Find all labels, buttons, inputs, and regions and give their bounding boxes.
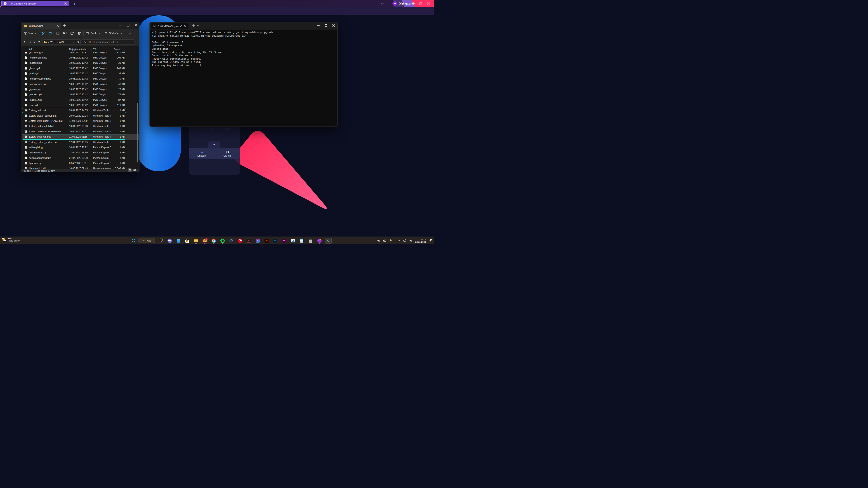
scrollbar-thumb[interactable] [137, 103, 138, 162]
taskbar-app-button[interactable] [184, 238, 191, 243]
rename-icon[interactable] [63, 31, 67, 35]
taskbar-app-button[interactable]: Ps [272, 238, 279, 243]
file-row[interactable]: 5.start_download_openwrt.bat 20.04.2020 … [22, 129, 139, 134]
column-header-type[interactable]: Tür [93, 48, 97, 51]
browser-close-button[interactable] [426, 2, 430, 5]
copy-icon[interactable] [49, 31, 52, 35]
file-row[interactable]: _socket.pyd 10.03.2020 10:42 PYD Dosyası… [22, 92, 139, 97]
breadcrumb-current[interactable]: WRT... [59, 41, 66, 43]
terminal-tab[interactable]: C:\WINDOWS\system32\cmd. [151, 23, 188, 29]
taskbar-app-button[interactable]: ∞ [254, 238, 261, 243]
breadcrumb-root[interactable]: WRT [51, 41, 56, 43]
social-link-button[interactable]: GitHub [215, 151, 240, 157]
taskbar-app-button[interactable] [219, 238, 226, 243]
file-row[interactable]: ftpserver.py 8.04.2020 15:50 Python Kayn… [22, 161, 139, 166]
file-row[interactable]: _sqlite3.pyd 10.03.2020 10:42 PYD Dosyas… [22, 97, 139, 103]
refresh-icon[interactable] [76, 41, 79, 43]
sort-button[interactable]: Sırala [86, 31, 101, 35]
explorer-close-button[interactable] [134, 23, 138, 27]
view-button[interactable]: Görünüm [104, 31, 123, 35]
notification-bell-icon[interactable] [429, 239, 432, 242]
recent-locations-icon[interactable] [33, 40, 36, 44]
explorer-maximize-button[interactable] [126, 23, 130, 27]
file-row[interactable]: 0.start_main.bat 20.04.2020 14:55 Window… [22, 108, 139, 113]
nav-forward-icon[interactable] [28, 40, 31, 44]
weather-widget[interactable]: 13°C Partly cloudy [2, 237, 20, 242]
taskbar-app-button[interactable]: >_ [325, 238, 332, 243]
browser-restore-button[interactable] [418, 2, 423, 5]
file-row[interactable]: _msi.pyd 10.03.2020 10:42 PYD Dosyası 39… [22, 71, 139, 76]
file-row[interactable]: 4.start_add_english.bat 10.04.2020 23:08… [22, 124, 139, 129]
file-row[interactable]: _ssl.pyd 10.03.2020 10:42 PYD Dosyası 11… [22, 103, 139, 108]
file-row[interactable]: 2.start_write_uboot_R4AGE.bat 11.04.2020… [22, 119, 139, 124]
file-row[interactable]: _elementtree.pyd 10.03.2020 10:42 PYD Do… [22, 55, 139, 60]
network-cast-icon[interactable] [403, 239, 406, 242]
cut-icon[interactable] [41, 31, 45, 35]
explorer-minimize-button[interactable] [118, 23, 122, 27]
search-input[interactable] [88, 40, 130, 43]
terminal-dropdown-icon[interactable] [197, 24, 199, 27]
card-collapse-tab[interactable] [208, 141, 220, 148]
start-button[interactable] [131, 238, 136, 243]
file-row[interactable]: 9.start_restore_backup.bat 17.04.2020 15… [22, 140, 139, 145]
column-header-size[interactable]: Boyut [114, 48, 120, 51]
taskbar-app-button[interactable]: Xd [281, 238, 287, 243]
touch-keyboard-icon[interactable] [383, 239, 386, 242]
file-row[interactable]: 5.start_write_OS.bat 11.04.2020 01:35 Wi… [22, 134, 139, 139]
hidden-icons-chevron-icon[interactable] [371, 239, 374, 242]
taskbar-app-button[interactable] [157, 238, 164, 243]
terminal-tab-close-icon[interactable] [184, 25, 187, 28]
explorer-search-box[interactable] [82, 39, 134, 45]
taskbar-app-button[interactable]: Ai [263, 238, 270, 243]
microphone-icon[interactable] [389, 239, 393, 242]
list-tabs-icon[interactable] [381, 2, 384, 5]
tab-close-icon[interactable] [64, 2, 67, 5]
terminal-maximize-button[interactable] [324, 24, 328, 27]
paste-icon[interactable] [56, 31, 59, 35]
taskbar-app-button[interactable] [289, 238, 296, 243]
file-row[interactable]: _queue.pyd 10.03.2020 10:42 PYD Dosyası … [22, 87, 139, 92]
taskbar-search[interactable]: Ara [138, 238, 155, 243]
taskbar-app-button[interactable] [307, 238, 314, 243]
terminal-new-tab-button[interactable] [192, 24, 195, 27]
file-row[interactable]: _multiprocessing.pyd 10.03.2020 10:42 PY… [22, 76, 139, 81]
taskbar-app-button[interactable] [316, 238, 323, 243]
icons-view-button[interactable] [133, 168, 136, 172]
file-row[interactable]: downloadopenwrt.py 21.04.2020 00:30 Pyth… [22, 156, 139, 161]
terminal-minimize-button[interactable] [316, 24, 320, 27]
new-button[interactable]: Yeni [24, 31, 37, 35]
file-row[interactable]: libcrypto-1_1.dll 10.03.2020 09:43 Uygul… [22, 166, 139, 169]
share-icon[interactable] [70, 31, 74, 35]
explorer-new-tab-button[interactable] [63, 24, 66, 27]
language-indicator[interactable]: TUR [395, 239, 400, 242]
browser-minimize-button[interactable] [411, 2, 415, 5]
file-row[interactable]: _decimal.pyd 10.03.2020 10:42 PYD Dosyas… [22, 52, 139, 55]
details-view-button[interactable] [128, 168, 131, 172]
taskbar-app-button[interactable] [237, 238, 243, 243]
taskbar-app-button[interactable] [175, 238, 182, 243]
taskbar-app-button[interactable] [202, 238, 208, 243]
volume-icon[interactable] [377, 239, 380, 242]
taskbar-app-button[interactable] [193, 238, 199, 243]
taskbar-app-button[interactable] [228, 238, 235, 243]
file-row[interactable]: addenglish.py 20.04.2020 21:22 Python Ka… [22, 145, 139, 150]
more-ellipsis-icon[interactable] [127, 31, 131, 35]
column-header-date[interactable]: Değiştirme tarihi [69, 48, 86, 51]
clock[interactable]: 20:17 22.11.2022 [415, 238, 426, 243]
explorer-tab-close-icon[interactable] [56, 24, 59, 27]
file-row[interactable]: _lzma.pyd 10.03.2020 10:42 PYD Dosyası 2… [22, 66, 139, 71]
file-row[interactable]: createbackup.py 17.04.2020 18:50 Python … [22, 150, 139, 155]
up-directory-icon[interactable] [37, 40, 41, 44]
social-link-button[interactable]: in LinkedIn [189, 151, 215, 157]
explorer-tab[interactable]: WRTKurulum [22, 23, 61, 29]
delete-trash-icon[interactable] [78, 31, 81, 35]
file-row[interactable]: _hashlib.pyd 10.03.2020 10:42 PYD Dosyas… [22, 60, 139, 66]
file-row[interactable]: _overlapped.pyd 10.03.2020 10:42 PYD Dos… [22, 82, 139, 87]
column-header-name[interactable]: Ad [29, 48, 32, 51]
terminal-close-button[interactable] [332, 24, 336, 27]
taskbar-app-button[interactable]: V [246, 238, 252, 243]
breadcrumb[interactable]: « WRT › WRT... [42, 39, 81, 45]
speaker-icon[interactable] [409, 239, 412, 242]
taskbar-app-button[interactable] [210, 238, 217, 243]
taskbar-app-button[interactable] [166, 238, 173, 243]
